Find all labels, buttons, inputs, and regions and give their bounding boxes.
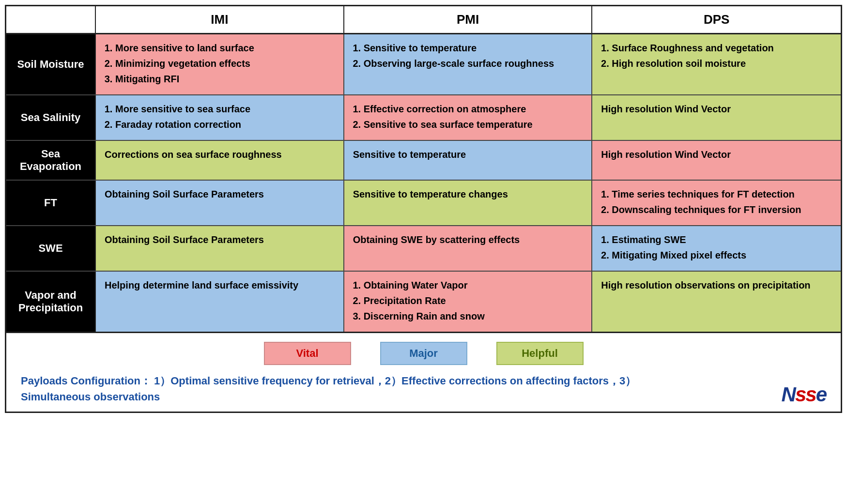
list-ss-imi: More sensitive to sea surface Faraday ro… (105, 102, 335, 131)
cell-ss-imi: More sensitive to sea surface Faraday ro… (96, 95, 344, 140)
cell-sm-pmi: Sensitive to temperature Observing large… (344, 34, 593, 94)
list-item: Downscaling techniques for FT inversion (612, 203, 832, 216)
main-container: IMI PMI DPS Soil Moisture More sensitive… (5, 5, 842, 413)
row-sea-salinity: Sea Salinity More sensitive to sea surfa… (6, 95, 841, 141)
cell-swe-dps: Estimating SWE Mitigating Mixed pixel ef… (592, 226, 841, 271)
list-item: More sensitive to land surface (115, 41, 335, 55)
legend-vital: Vital (264, 342, 351, 365)
cell-se-dps: High resolution Wind Vector (592, 141, 841, 180)
list-item: Precipitation Rate (364, 294, 583, 307)
header-pmi: PMI (344, 6, 593, 33)
list-swe-dps: Estimating SWE Mitigating Mixed pixel ef… (601, 233, 832, 262)
label-vapor-precip: Vapor and Precipitation (6, 272, 96, 332)
label-sea-evaporation: Sea Evaporation (6, 141, 96, 180)
nsse-logo: Nsse (782, 384, 826, 405)
list-item: Sensitive to sea surface temperature (364, 118, 583, 131)
cell-ft-imi: Obtaining Soil Surface Parameters (96, 181, 344, 225)
cell-vp-imi: Helping determine land surface emissivit… (96, 272, 344, 332)
header-dps: DPS (592, 6, 841, 33)
cell-ss-dps: High resolution Wind Vector (592, 95, 841, 140)
table-area: IMI PMI DPS Soil Moisture More sensitive… (6, 6, 841, 333)
row-vapor-precip: Vapor and Precipitation Helping determin… (6, 272, 841, 332)
list-item: Effective correction on atmosphere (364, 102, 583, 116)
payloads-row: Payloads Configuration： 1）Optimal sensit… (21, 373, 826, 405)
label-soil-moisture: Soil Moisture (6, 34, 96, 94)
cell-swe-imi: Obtaining Soil Surface Parameters (96, 226, 344, 271)
cell-ss-pmi: Effective correction on atmosphere Sensi… (344, 95, 593, 140)
cell-vp-pmi: Obtaining Water Vapor Precipitation Rate… (344, 272, 593, 332)
list-item: Time series techniques for FT detection (612, 187, 832, 201)
row-sea-evaporation: Sea Evaporation Corrections on sea surfa… (6, 141, 841, 181)
label-swe: SWE (6, 226, 96, 271)
list-item: Mitigating Mixed pixel effects (612, 248, 832, 262)
legend-helpful: Helpful (496, 342, 584, 365)
list-item: Observing large-scale surface roughness (364, 57, 583, 70)
list-sm-imi: More sensitive to land surface Minimizin… (105, 41, 335, 86)
payloads-text: Payloads Configuration： 1）Optimal sensit… (21, 373, 689, 405)
list-item: Mitigating RFI (115, 72, 335, 86)
header-empty (6, 6, 96, 33)
list-sm-pmi: Sensitive to temperature Observing large… (353, 41, 583, 70)
list-ss-pmi: Effective correction on atmosphere Sensi… (353, 102, 583, 131)
cell-ft-dps: Time series techniques for FT detection … (592, 181, 841, 225)
cell-swe-pmi: Obtaining SWE by scattering effects (344, 226, 593, 271)
header-imi: IMI (96, 6, 344, 33)
list-item: Minimizing vegetation effects (115, 57, 335, 70)
cell-ft-pmi: Sensitive to temperature changes (344, 181, 593, 225)
legend-major: Major (380, 342, 467, 365)
header-row: IMI PMI DPS (6, 6, 841, 34)
cell-se-imi: Corrections on sea surface roughness (96, 141, 344, 180)
list-item: Discerning Rain and snow (364, 309, 583, 323)
list-item: High resolution soil moisture (612, 57, 832, 70)
cell-sm-imi: More sensitive to land surface Minimizin… (96, 34, 344, 94)
row-swe: SWE Obtaining Soil Surface Parameters Ob… (6, 226, 841, 272)
row-soil-moisture: Soil Moisture More sensitive to land sur… (6, 34, 841, 95)
row-ft: FT Obtaining Soil Surface Parameters Sen… (6, 181, 841, 226)
cell-sm-dps: Surface Roughness and vegetation High re… (592, 34, 841, 94)
label-sea-salinity: Sea Salinity (6, 95, 96, 140)
list-item: Obtaining Water Vapor (364, 278, 583, 292)
list-sm-dps: Surface Roughness and vegetation High re… (601, 41, 832, 70)
list-item: Estimating SWE (612, 233, 832, 246)
footer-area: Vital Major Helpful Payloads Configurati… (6, 333, 841, 412)
cell-vp-dps: High resolution observations on precipit… (592, 272, 841, 332)
list-item: More sensitive to sea surface (115, 102, 335, 116)
label-ft: FT (6, 181, 96, 225)
list-item: Surface Roughness and vegetation (612, 41, 832, 55)
list-item: Faraday rotation correction (115, 118, 335, 131)
cell-se-pmi: Sensitive to temperature (344, 141, 593, 180)
list-ft-dps: Time series techniques for FT detection … (601, 187, 832, 216)
list-item: Sensitive to temperature (364, 41, 583, 55)
list-vp-pmi: Obtaining Water Vapor Precipitation Rate… (353, 278, 583, 323)
legend-row: Vital Major Helpful (21, 342, 826, 365)
